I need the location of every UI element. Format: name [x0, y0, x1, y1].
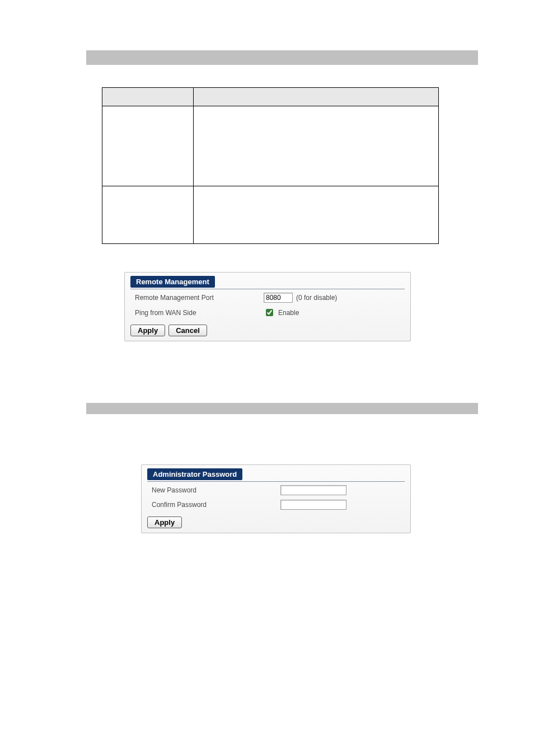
cancel-button[interactable]: Cancel [168, 325, 207, 336]
section-separator-bar [86, 50, 478, 65]
spec-table [102, 87, 439, 244]
apply-button[interactable]: Apply [147, 516, 182, 528]
spec-table-cell [102, 186, 194, 244]
spec-table-header-b [194, 88, 439, 106]
confirm-password-row: Confirm Password [152, 497, 400, 512]
new-password-row: New Password [152, 483, 400, 497]
confirm-password-input[interactable] [280, 500, 346, 510]
ping-wan-enable-checkbox[interactable] [266, 309, 273, 316]
spec-table-header-a [102, 88, 194, 106]
panel-title: Remote Management [130, 276, 215, 288]
new-password-label: New Password [152, 486, 280, 494]
panel-title: Administrator Password [147, 468, 242, 480]
ping-wan-row: Ping from WAN Side Enable [135, 305, 400, 320]
remote-management-panel: Remote Management Remote Management Port… [124, 272, 411, 341]
remote-port-input[interactable] [264, 293, 293, 303]
remote-port-label: Remote Management Port [135, 294, 264, 302]
ping-wan-enable-label: Enable [278, 309, 299, 317]
section-separator-bar [86, 403, 478, 414]
remote-port-row: Remote Management Port (0 for disable) [135, 290, 400, 305]
spec-table-cell [194, 186, 439, 244]
spec-table-cell [102, 106, 194, 186]
apply-button[interactable]: Apply [130, 325, 165, 336]
remote-port-hint: (0 for disable) [296, 294, 337, 302]
ping-wan-label: Ping from WAN Side [135, 309, 264, 317]
administrator-password-panel: Administrator Password New Password Conf… [141, 464, 411, 533]
new-password-input[interactable] [280, 485, 346, 495]
confirm-password-label: Confirm Password [152, 501, 280, 509]
spec-table-cell [194, 106, 439, 186]
